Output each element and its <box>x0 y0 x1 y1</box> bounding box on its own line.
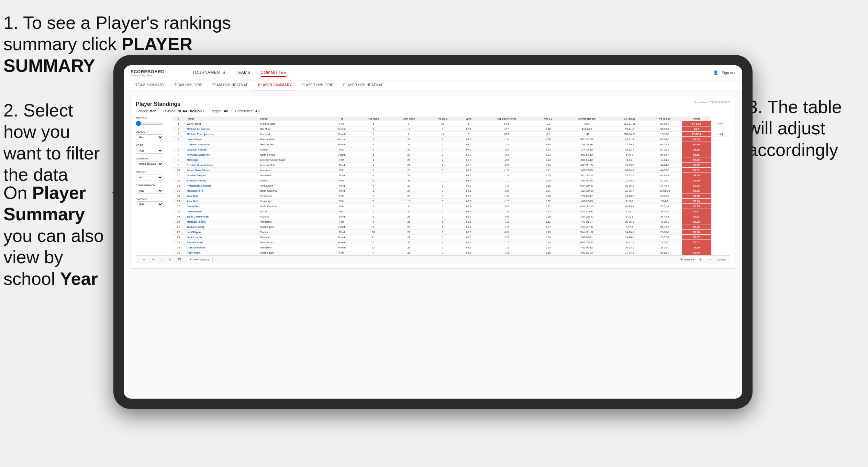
nav-teams[interactable]: TEAMS <box>236 69 251 77</box>
table-cell: 1.71 <box>534 168 562 173</box>
col-school: School <box>259 116 328 121</box>
table-cell: 26 <box>171 250 186 255</box>
nav-tournaments[interactable]: TOURNAMENTS <box>192 69 225 77</box>
settings-btn[interactable]: ⚙ <box>697 257 704 262</box>
table-cell: Gordon Sargent <box>186 173 259 178</box>
table-cell: Jacob Skov Olesen <box>186 168 259 173</box>
table-cell: 1.61 <box>534 219 562 224</box>
sub-nav-player-h2h-heatmap[interactable]: PLAYER H2H HEATMAP <box>338 80 388 90</box>
table-cell: Texas A&M <box>259 183 328 188</box>
sub-nav-player-summary[interactable]: PLAYER SUMMARY <box>253 80 297 90</box>
standings-header: Player Standings Gender: Men Division: N… <box>136 101 730 113</box>
gender-select[interactable]: Men <box>136 134 163 140</box>
no-rds-slider[interactable] <box>136 121 163 126</box>
table-cell: 68.5 <box>458 219 479 224</box>
table-cell: 24 <box>390 163 427 168</box>
table-cell: 28-50-2 <box>647 209 682 214</box>
copy-btn[interactable]: ⎘ <box>167 257 173 262</box>
nav-committee[interactable]: COMMITTEE <box>261 69 287 77</box>
table-cell: 25 <box>171 245 186 250</box>
undo-btn[interactable]: ↩ <box>141 257 147 262</box>
standings-table: # Player School Yr Reg Rank Conf Rank No… <box>171 116 730 255</box>
table-cell: 2 <box>356 132 390 137</box>
table-cell: Fifth <box>327 219 356 224</box>
table-cell: Ian Gilligan <box>186 230 259 235</box>
table-cell: Luke Claton <box>186 137 259 142</box>
table-cell: 4 <box>356 173 390 178</box>
table-cell: 29-38-2 <box>647 230 682 235</box>
conference-select[interactable]: (All) <box>136 188 163 194</box>
table-cell: 50.35 <box>682 204 711 209</box>
table-cell: 0 <box>427 204 458 209</box>
sign-out-link[interactable]: Sign out <box>722 71 735 75</box>
table-cell: Georgia Tech <box>259 142 328 147</box>
export-btn[interactable]: ↗ <box>706 257 713 262</box>
table-cell: Auburn <box>259 147 328 152</box>
table-cell: 61-20-3 <box>647 142 682 147</box>
table-row: 1Wenyi DingArizona StateFirst1115167.1-3… <box>171 121 730 126</box>
table-cell: 24 <box>390 235 427 240</box>
table-cell: 68.6 <box>458 250 479 255</box>
table-cell: 7 <box>171 152 186 157</box>
table-cell: 1 <box>427 224 458 230</box>
col-yr: Yr <box>327 116 356 121</box>
table-cell: 23 <box>390 214 427 219</box>
sub-nav-team-h2h-grid[interactable]: TEAM H2H GRID <box>169 80 207 90</box>
share-btn[interactable]: ↑ Share <box>716 258 725 261</box>
table-cell: Nicholas Gabrelcik <box>186 152 259 157</box>
table-cell: 26-27-2 <box>647 235 682 240</box>
table-cell: Christo Lamprecht <box>186 142 259 147</box>
division-filter: Division: NCAA Division I <box>163 109 204 113</box>
table-cell: 13-18-2 <box>612 193 648 199</box>
table-cell: 2 <box>427 152 458 157</box>
table-cell: 1 <box>427 219 458 224</box>
annotation-step2-text: 2. Select how you want to filter the dat… <box>3 100 100 185</box>
table-cell: 1.79 <box>534 178 562 183</box>
year-select[interactable]: (All) First Second Third Fourth Fifth <box>136 148 163 154</box>
table-cell: 412-221-24 <box>562 163 611 168</box>
table-cell: Arizona <box>259 214 328 219</box>
back-btn[interactable]: ‹ <box>159 257 164 262</box>
table-cell: 19-16-0 <box>647 240 682 245</box>
redo-btn[interactable]: ↪ <box>150 257 156 262</box>
table-cell: 60.89 <box>682 142 711 147</box>
table-cell: 56-51-4 <box>647 204 682 209</box>
table-cell: 1 <box>356 188 390 193</box>
table-cell: North Carolina <box>259 188 328 193</box>
table-cell: 7 <box>356 250 390 255</box>
table-cell: 37 <box>390 178 427 183</box>
annotation-bottom-left: On Player Summary you can also view by s… <box>3 182 113 289</box>
table-cell: 55.92 <box>682 168 711 173</box>
clock-btn[interactable]: ⏰ <box>176 257 183 262</box>
table-cell: 440-26-6 <box>562 126 611 132</box>
table-cell: -1.7 <box>479 240 534 245</box>
table-cell: 20-14-5 <box>612 168 648 173</box>
table-cell: -1.2 <box>479 245 534 250</box>
table-row: 5Christo LamprechtGeorgia TechFourth2212… <box>171 142 730 147</box>
col-overall-record: Overall Record <box>562 116 611 121</box>
table-row: 20Matthew RiedelVanderbiltFifth625168.5-… <box>171 219 730 224</box>
table-cell: 53-51-10 <box>647 188 682 193</box>
division-select[interactable]: NCAA Division I <box>136 161 163 167</box>
table-cell: -1.7 <box>479 199 534 204</box>
sub-nav-team-summary[interactable]: TEAM SUMMARY <box>131 80 169 90</box>
update-time: Update time: 27/03/2024 16:56:26 <box>694 101 730 103</box>
table-cell: Third <box>327 214 356 219</box>
eye-icon: 👁 <box>189 258 192 261</box>
nav-right: 👤 Sign out <box>713 70 735 75</box>
table-cell: 0 <box>427 199 458 204</box>
table-cell: 68.7 <box>479 132 534 137</box>
sub-nav-player-h2h-grid[interactable]: PLAYER H2H GRID <box>297 80 338 90</box>
table-cell: 25 <box>390 219 427 224</box>
table-cell: 51.81 <box>682 214 711 219</box>
col-points: Points <box>682 116 711 121</box>
table-cell: 1 <box>356 240 390 245</box>
table-cell: 24-10-4 <box>647 152 682 157</box>
player-select[interactable]: (All) <box>136 201 163 207</box>
table-cell: 452-96-12 <box>562 245 611 250</box>
watch-btn[interactable]: 👁 Watch ▾ <box>680 258 694 261</box>
view-btn[interactable]: 👁 View: Original <box>186 257 213 262</box>
table-cell: 1.47 <box>534 204 562 209</box>
region-select[interactable]: N/A All <box>136 175 163 180</box>
sub-nav-team-h2h-heatmap[interactable]: TEAM H2H HEATMAP <box>207 80 253 90</box>
